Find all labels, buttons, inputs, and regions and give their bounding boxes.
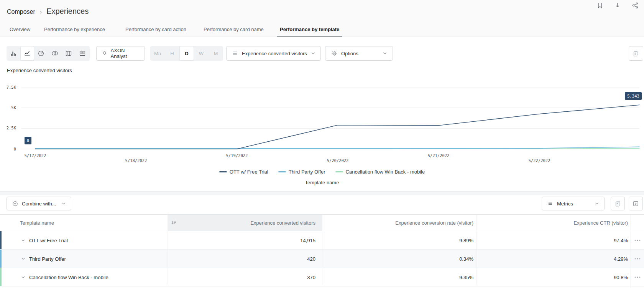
metrics-dropdown[interactable]: Metrics <box>542 197 605 210</box>
axon-analyst-button[interactable]: AXON Analyst <box>96 46 145 61</box>
bar-chart-icon[interactable] <box>7 46 20 61</box>
line-chart <box>0 77 644 157</box>
cell-conversion-rate: 9.35% <box>459 274 473 280</box>
series-start-value-badge: 0 <box>25 137 31 144</box>
metric-list-icon <box>232 50 238 56</box>
legend-item[interactable]: OTT w/ Free Trial <box>219 169 268 175</box>
x-axis-tick: 5/21/2022 <box>428 153 450 158</box>
copy-table-button[interactable] <box>611 197 625 210</box>
series-color-bar <box>0 231 2 249</box>
cell-converted-visitors: 14,915 <box>300 237 315 243</box>
row-overflow-menu-icon[interactable] <box>633 236 642 245</box>
tab-performance-by-template[interactable]: Performance by template <box>277 23 342 36</box>
y-axis-tick: 5K <box>0 105 16 110</box>
copy-pages-icon <box>614 200 621 207</box>
cell-converted-visitors: 420 <box>307 256 315 262</box>
cell-template-name[interactable]: Third Party Offer <box>29 256 66 262</box>
cell-conversion-rate: 9.89% <box>459 237 473 243</box>
table-toolbar: Combine with... Metrics <box>0 197 644 210</box>
map-icon[interactable] <box>62 46 76 61</box>
granularity-switcher: Mn H D W M <box>150 46 223 61</box>
x-axis-tick: 5/17/2022 <box>25 153 46 158</box>
page: Composer › Experiences Overview Performa… <box>0 0 644 288</box>
granularity-m[interactable]: M <box>209 46 223 61</box>
legend-dash <box>219 171 227 172</box>
tab-overview[interactable]: Overview <box>7 23 33 36</box>
breadcrumb-separator-icon: › <box>40 8 42 15</box>
window-actions <box>596 2 639 9</box>
bookmark-icon[interactable] <box>596 2 603 9</box>
download-icon[interactable] <box>614 2 621 9</box>
legend-dash <box>335 171 343 172</box>
expand-row-icon[interactable] <box>21 258 25 260</box>
legend-item[interactable]: Third Party Offer <box>278 169 325 175</box>
x-axis-tick: 5/22/2022 <box>529 158 550 163</box>
y-axis-tick: 2.5K <box>0 126 16 130</box>
column-header-converted-visitors[interactable]: Experience converted visitors <box>250 215 315 231</box>
cell-ctr: 4.29% <box>614 256 628 262</box>
gear-icon <box>331 50 337 56</box>
cell-ctr: 90.8% <box>614 274 628 280</box>
export-table-button[interactable] <box>629 197 643 210</box>
x-axis-tick: 5/19/2022 <box>226 153 248 158</box>
menu-list-icon <box>547 201 553 207</box>
row-overflow-menu-icon[interactable] <box>633 255 642 263</box>
legend-dash <box>278 171 286 172</box>
granularity-w[interactable]: W <box>194 46 209 61</box>
combine-with-button[interactable]: Combine with... <box>7 197 71 210</box>
column-separator <box>631 214 631 288</box>
chart-title: Experience converted visitors <box>7 68 72 73</box>
y-axis-tick: 0 <box>0 147 16 151</box>
column-separator <box>476 214 477 285</box>
cell-template-name[interactable]: Cancellation flow Win Back - mobile <box>29 274 108 280</box>
tab-performance-by-card-name[interactable]: Performance by card name <box>200 23 267 36</box>
granularity-d[interactable]: D <box>179 46 194 61</box>
column-separator <box>322 214 322 285</box>
page-title: Experiences <box>46 7 89 16</box>
granularity-mn[interactable]: Mn <box>150 46 165 61</box>
line-chart-icon[interactable] <box>20 46 34 61</box>
cell-converted-visitors: 370 <box>307 274 315 280</box>
options-dropdown[interactable]: Options <box>325 46 393 61</box>
venn-diagram-icon[interactable] <box>48 46 62 61</box>
column-header-ctr[interactable]: Experience CTR (visitor) <box>573 215 628 231</box>
download-file-icon <box>632 200 639 207</box>
x-axis-tick: 5/20/2022 <box>327 158 349 163</box>
lightbulb-icon <box>102 50 107 56</box>
chart-toolbar: AXON Analyst Mn H D W M Experience conve… <box>0 46 644 61</box>
chevron-down-icon <box>62 202 66 205</box>
series-color-bar <box>0 250 2 268</box>
series-color-bar <box>0 268 2 286</box>
pie-chart-icon[interactable] <box>34 46 48 61</box>
copy-chart-button[interactable] <box>629 46 643 61</box>
column-separator <box>168 214 168 285</box>
section-divider <box>0 191 644 195</box>
granularity-h[interactable]: H <box>165 46 179 61</box>
series-end-value-badge: 5,343 <box>625 92 642 100</box>
top-band: Composer › Experiences Overview Performa… <box>0 0 644 36</box>
chevron-down-icon <box>383 52 387 55</box>
expand-row-icon[interactable] <box>21 276 25 278</box>
x-axis-tick: 5/18/2022 <box>125 158 147 163</box>
tab-performance-by-card-action[interactable]: Performance by card action <box>122 23 189 36</box>
legend-item[interactable]: Cancellation flow Win Back - mobile <box>335 169 425 175</box>
breadcrumb-parent[interactable]: Composer <box>7 8 35 15</box>
y-axis-tick: 7.5K <box>0 85 16 89</box>
share-icon[interactable] <box>632 2 639 9</box>
column-header-conversion-rate[interactable]: Experience conversion rate (visitor) <box>395 215 473 231</box>
tab-performance-by-experience[interactable]: Performance by experience <box>41 23 108 36</box>
copy-pages-icon <box>632 50 639 57</box>
chevron-down-icon <box>311 52 315 55</box>
breadcrumb: Composer › Experiences <box>7 7 89 16</box>
cell-ctr: 97.4% <box>614 237 628 243</box>
row-overflow-menu-icon[interactable] <box>633 273 642 281</box>
sort-descending-icon[interactable] <box>171 220 177 226</box>
column-header-template-name[interactable]: Template name <box>20 215 54 231</box>
expand-row-icon[interactable] <box>21 239 25 242</box>
cell-template-name[interactable]: OTT w/ Free Trial <box>29 237 68 243</box>
plus-circle-icon <box>12 201 18 207</box>
chevron-down-icon <box>595 202 599 205</box>
cards-layout-icon[interactable] <box>76 46 89 61</box>
chart-type-switcher <box>7 46 90 61</box>
metric-selector-dropdown[interactable]: Experience converted visitors <box>226 46 321 61</box>
